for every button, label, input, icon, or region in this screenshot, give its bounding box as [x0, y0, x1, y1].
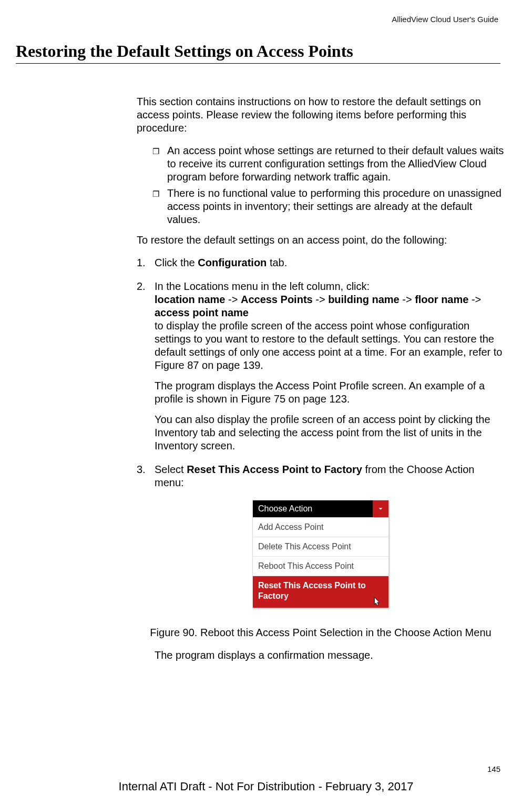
square-bullet-icon: ❐ — [152, 144, 167, 158]
chevron-down-icon[interactable] — [373, 500, 388, 517]
document-header: AlliedView Cloud User's Guide — [16, 15, 500, 24]
title-divider — [16, 63, 500, 64]
breadcrumb-ap-name: access point name — [155, 307, 249, 318]
breadcrumb-arrow: -> — [468, 294, 481, 305]
step-3: 3. Select Reset This Access Point to Fac… — [137, 463, 505, 489]
step-2-post: to display the profile screen of the acc… — [155, 320, 502, 371]
choose-action-menu[interactable]: Choose Action Add Access Point Delete Th… — [252, 500, 389, 608]
step-1: 1. Click the Configuration tab. — [137, 256, 505, 269]
pointer-cursor-icon — [371, 596, 382, 609]
menu-item-reboot-this-access-point[interactable]: Reboot This Access Point — [253, 556, 388, 576]
breadcrumb-building: building name — [328, 294, 400, 305]
breadcrumb-arrow: -> — [225, 294, 240, 305]
menu-item-reset-to-factory[interactable]: Reset This Access Point to Factory — [253, 576, 388, 608]
bullet-text: An access point whose settings are retur… — [167, 144, 505, 184]
step-3-text-bold: Reset This Access Point to Factory — [187, 464, 362, 475]
choose-action-header-label: Choose Action — [253, 500, 318, 517]
step-2-p3: You can also display the profile screen … — [155, 413, 505, 453]
step-1-text-pre: Click the — [155, 257, 198, 268]
page-number: 145 — [487, 765, 500, 773]
step-2-line1: In the Locations menu in the left column… — [155, 280, 370, 292]
breadcrumb-location: location name — [155, 294, 225, 305]
step-1-text-bold: Configuration — [198, 257, 267, 268]
footer-draft-notice: Internal ATI Draft - Not For Distributio… — [0, 780, 532, 793]
breadcrumb-arrow: -> — [400, 294, 415, 305]
step-2: 2. In the Locations menu in the left col… — [137, 280, 505, 453]
step-number: 3. — [137, 463, 155, 476]
page-title: Restoring the Default Settings on Access… — [16, 42, 500, 61]
figure-caption: Figure 90. Reboot this Access Point Sele… — [137, 626, 505, 639]
step-2-p2: The program displays the Access Point Pr… — [155, 379, 505, 406]
choose-action-header[interactable]: Choose Action — [253, 500, 388, 517]
breadcrumb-floor: floor name — [415, 294, 468, 305]
bullet-text: There is no functional value to performi… — [167, 187, 505, 226]
bullet-item: ❐ An access point whose settings are ret… — [137, 144, 505, 184]
menu-item-reset-label: Reset This Access Point to Factory — [258, 581, 366, 600]
step-number: 1. — [137, 256, 155, 269]
menu-item-delete-this-access-point[interactable]: Delete This Access Point — [253, 537, 388, 556]
menu-item-add-access-point[interactable]: Add Access Point — [253, 517, 388, 537]
step-3-text-pre: Select — [155, 464, 187, 475]
lead-paragraph: To restore the default settings on an ac… — [137, 234, 505, 247]
step-1-text-post: tab. — [267, 257, 287, 268]
step-number: 2. — [137, 280, 155, 293]
after-figure-text: The program displays a confirmation mess… — [155, 649, 505, 662]
bullet-item: ❐ There is no functional value to perfor… — [137, 187, 505, 226]
square-bullet-icon: ❐ — [152, 187, 167, 200]
breadcrumb-arrow: -> — [313, 294, 328, 305]
breadcrumb-access-points: Access Points — [241, 294, 313, 305]
intro-paragraph: This section contains instructions on ho… — [137, 95, 505, 135]
